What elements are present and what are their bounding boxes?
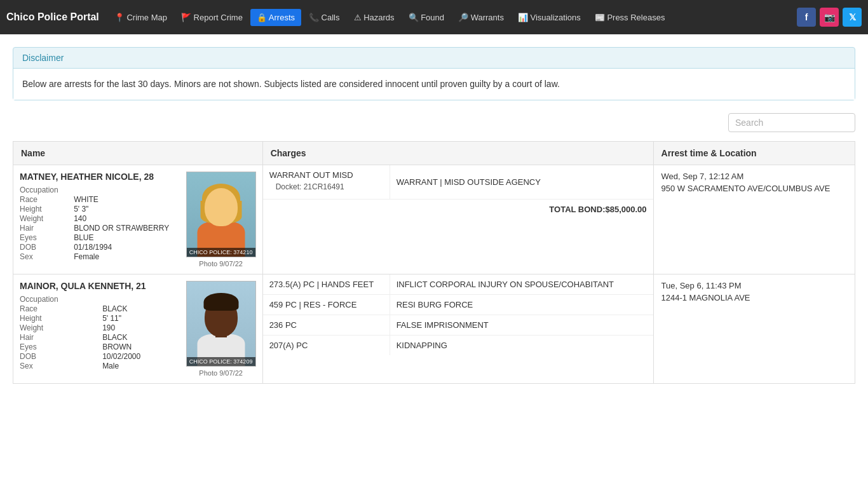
charge-code: 459 PC | RES - FORCE (263, 295, 390, 315)
disclaimer-body: Below are arrests for the last 30 days. … (13, 68, 855, 100)
search-row (13, 113, 855, 132)
col-name: Name (13, 142, 263, 165)
arrest-time-cell: Tue, Sep 6, 11:43 PM1244-1 MAGNOLIA AVE (653, 274, 855, 384)
table-header-row: Name Charges Arrest time & Location (13, 142, 855, 165)
field-label-dob: DOB (20, 352, 97, 361)
charge-code: 207(A) PC (263, 336, 390, 355)
arrest-time-cell: Wed, Sep 7, 12:12 AM950 W SACRAMENTO AVE… (653, 165, 855, 274)
field-value-weight: 140 (74, 214, 179, 223)
field-value-occupation (102, 295, 180, 304)
field-value-height: 5' 11" (102, 314, 180, 323)
charge-desc: FALSE IMPRISONMENT (390, 315, 653, 335)
charge-entry: 207(A) PCKIDNAPPING (263, 336, 653, 355)
field-label-occupation: Occupation (20, 295, 97, 304)
field-label-eyes: Eyes (20, 233, 69, 242)
charge-code: WARRANT OUT MISDDocket: 21CR16491 (263, 165, 390, 199)
field-value-sex: Male (102, 362, 180, 370)
person-cell: MAINOR, QULA KENNETH, 21OccupationRaceBL… (13, 274, 263, 384)
mugshot-0: CHICO POLICE: 374210 (186, 172, 256, 257)
facebook-icon[interactable]: f (797, 8, 816, 27)
person-cell: MATNEY, HEATHER NICOLE, 28OccupationRace… (13, 165, 263, 274)
disclaimer-box: Disclaimer Below are arrests for the las… (13, 47, 855, 100)
main-content: Disclaimer Below are arrests for the las… (0, 34, 868, 396)
field-value-dob: 10/02/2000 (102, 352, 180, 361)
field-value-height: 5' 3" (74, 205, 179, 214)
person-name: MATNEY, HEATHER NICOLE, 28 (20, 172, 180, 182)
charge-desc: KIDNAPPING (390, 336, 653, 355)
charge-entry: 273.5(A) PC | HANDS FEETINFLICT CORPORAL… (263, 274, 653, 295)
field-label-occupation: Occupation (20, 186, 69, 194)
charge-desc: WARRANT | MISD OUTSIDE AGENCY (390, 165, 653, 199)
person-name: MAINOR, QULA KENNETH, 21 (20, 281, 180, 291)
site-brand: Chico Police Portal (6, 11, 99, 23)
charges-cell: WARRANT OUT MISDDocket: 21CR16491WARRANT… (262, 165, 653, 274)
field-label-height: Height (20, 314, 97, 323)
charge-desc: INFLICT CORPORAL INJURY ON SPOUSE/COHABI… (390, 274, 653, 294)
mugshot-label: CHICO POLICE: 374209 (187, 357, 255, 366)
field-value-sex: Female (74, 252, 179, 261)
field-value-eyes: BLUE (74, 233, 179, 242)
charge-entry: 459 PC | RES - FORCERESI BURG FORCE (263, 295, 653, 315)
arrest-time: Wed, Sep 7, 12:12 AM (661, 172, 847, 181)
field-value-eyes: BROWN (102, 342, 180, 351)
field-value-occupation (74, 186, 179, 194)
field-label-weight: Weight (20, 214, 69, 223)
navbar: Chico Police Portal 📍 Crime Map🚩 Report … (0, 0, 868, 34)
mugshot-1: CHICO POLICE: 374209 (186, 281, 256, 367)
field-label-hair: Hair (20, 224, 69, 233)
charge-code: 236 PC (263, 315, 390, 335)
charge-docket: Docket: 21CR16491 (269, 180, 383, 194)
field-label-race: Race (20, 195, 69, 204)
nav-item-visualizations[interactable]: 📊 Visualizations (512, 9, 587, 26)
field-label-race: Race (20, 304, 97, 313)
arrests-table: Name Charges Arrest time & Location MATN… (13, 141, 855, 384)
nav-item-calls[interactable]: 📞 Calls (302, 9, 346, 26)
field-label-hair: Hair (20, 333, 97, 342)
nav-item-found[interactable]: 🔍 Found (402, 9, 451, 26)
field-label-sex: Sex (20, 362, 97, 370)
charge-entry: 236 PCFALSE IMPRISONMENT (263, 315, 653, 336)
col-arrest-time: Arrest time & Location (653, 142, 855, 165)
field-label-height: Height (20, 205, 69, 214)
photo-caption: Photo 9/07/22 (199, 369, 243, 377)
photo-caption: Photo 9/07/22 (199, 260, 243, 268)
instagram-icon[interactable]: 📷 (820, 8, 839, 27)
field-label-sex: Sex (20, 252, 69, 261)
disclaimer-title[interactable]: Disclaimer (13, 48, 855, 68)
charge-desc: RESI BURG FORCE (390, 295, 653, 315)
field-label-weight: Weight (20, 323, 97, 332)
table-row: MATNEY, HEATHER NICOLE, 28OccupationRace… (13, 165, 855, 274)
nav-item-arrests[interactable]: 🔒 Arrests (250, 9, 301, 26)
arrest-location: 950 W SACRAMENTO AVE/COLUMBUS AVE (661, 184, 847, 193)
social-links: f 📷 𝕏 (797, 8, 862, 27)
table-row: MAINOR, QULA KENNETH, 21OccupationRaceBL… (13, 274, 855, 384)
field-value-race: BLACK (102, 304, 180, 313)
nav-item-press-releases[interactable]: 📰 Press Releases (588, 9, 672, 26)
twitter-icon[interactable]: 𝕏 (843, 8, 862, 27)
nav-item-hazards[interactable]: ⚠ Hazards (348, 9, 401, 26)
nav-item-crime-map[interactable]: 📍 Crime Map (108, 9, 173, 26)
col-charges: Charges (262, 142, 653, 165)
search-input[interactable] (728, 113, 855, 132)
charge-code: 273.5(A) PC | HANDS FEET (263, 274, 390, 294)
arrest-time: Tue, Sep 6, 11:43 PM (661, 281, 847, 290)
arrest-location: 1244-1 MAGNOLIA AVE (661, 293, 847, 302)
field-value-dob: 01/18/1994 (74, 243, 179, 252)
nav-item-warrants[interactable]: 🔎 Warrants (452, 9, 510, 26)
field-value-hair: BLOND OR STRAWBERRY (74, 224, 179, 233)
field-value-weight: 190 (102, 323, 180, 332)
field-value-race: WHITE (74, 195, 179, 204)
charge-entry: WARRANT OUT MISDDocket: 21CR16491WARRANT… (263, 165, 653, 199)
field-label-eyes: Eyes (20, 342, 97, 351)
charges-cell: 273.5(A) PC | HANDS FEETINFLICT CORPORAL… (262, 274, 653, 384)
nav-items: 📍 Crime Map🚩 Report Crime🔒 Arrests📞 Call… (108, 9, 794, 26)
bond-row: TOTAL BOND:$85,000.00 (263, 199, 653, 219)
nav-item-report-crime[interactable]: 🚩 Report Crime (175, 9, 249, 26)
field-label-dob: DOB (20, 243, 69, 252)
mugshot-label: CHICO POLICE: 374210 (187, 248, 255, 257)
field-value-hair: BLACK (102, 333, 180, 342)
